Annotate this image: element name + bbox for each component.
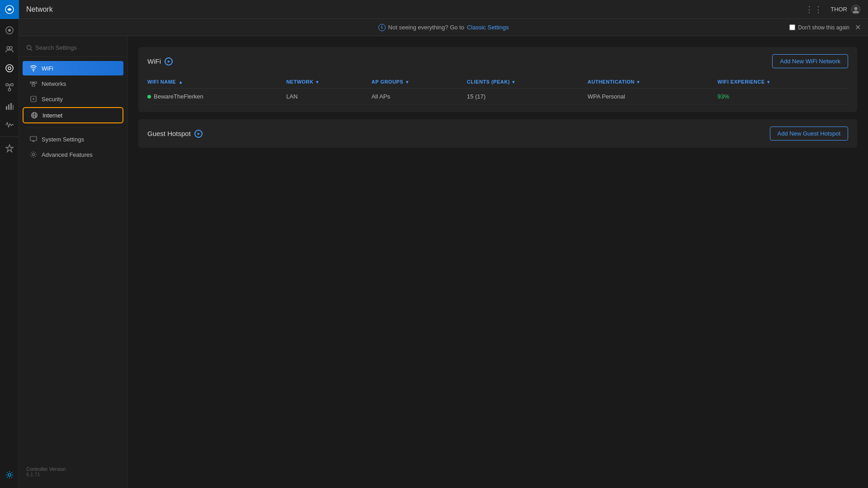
cell-wifi-name: BewareTheFlerken [147, 89, 286, 105]
svg-line-20 [31, 49, 33, 51]
topbar: Network ⋮⋮ THOR [19, 0, 868, 19]
wifi-card-title-text: WiFi [147, 57, 161, 65]
search-icon [26, 45, 33, 51]
guest-hotspot-card: Guest Hotspot Add New Guest Hotspot [138, 119, 857, 148]
sidebar-item-advanced-features[interactable]: Advanced Features [23, 147, 123, 162]
status-dot [147, 95, 151, 99]
cell-clients-peak: 15 (17) [467, 89, 588, 105]
wifi-table-container: WIFI NAME ▲ NETWORK ▾ AP GROUPS ▾ [138, 75, 857, 112]
add-guest-hotspot-button[interactable]: Add New Guest Hotspot [770, 127, 848, 141]
sidebar-internet-label: Internet [42, 112, 62, 119]
network-sort-icon: ▾ [316, 80, 319, 84]
svg-point-2 [8, 29, 11, 32]
sidebar-footer: Controller Version 6.1.71 [19, 461, 127, 483]
sidebar-item-wifi[interactable]: WiFi [23, 61, 123, 75]
sidebar-divider [26, 127, 120, 128]
svg-rect-7 [6, 84, 8, 86]
internet-icon [31, 112, 38, 119]
notice-info-icon: i [378, 24, 386, 31]
svg-point-18 [854, 7, 858, 10]
nav-alerts-icon[interactable] [0, 139, 19, 158]
col-ap-groups[interactable]: AP GROUPS ▾ [372, 75, 467, 89]
username-label: THOR [830, 6, 847, 13]
svg-point-21 [33, 70, 34, 71]
nav-activity-icon[interactable] [0, 116, 19, 135]
svg-rect-13 [8, 104, 9, 110]
security-icon [30, 95, 37, 103]
sidebar-security-label: Security [42, 96, 63, 103]
svg-rect-35 [30, 136, 37, 141]
wifi-icon [30, 65, 37, 72]
cell-authentication: WPA Personal [588, 89, 717, 105]
wifi-table-header-row: WIFI NAME ▲ NETWORK ▾ AP GROUPS ▾ [147, 75, 848, 89]
guest-hotspot-card-header: Guest Hotspot Add New Guest Hotspot [138, 119, 857, 148]
advanced-features-icon [30, 151, 37, 158]
nav-network-icon[interactable] [0, 59, 19, 78]
networks-icon [30, 80, 37, 87]
col-wifi-experience[interactable]: WIFI EXPERIENCE ▾ [717, 75, 848, 89]
sidebar-item-networks[interactable]: Networks [23, 76, 123, 91]
ap-groups-sort-icon: ▾ [406, 80, 409, 84]
svg-point-3 [7, 47, 9, 49]
col-network[interactable]: NETWORK ▾ [286, 75, 372, 89]
wifi-name-sort-icon: ▲ [179, 80, 183, 84]
controller-version-label: Controller Version [26, 466, 120, 472]
dont-show-checkbox[interactable] [789, 24, 795, 30]
guest-hotspot-play-icon[interactable] [194, 130, 203, 138]
notice-bar-right: Don't show this again ✕ [789, 23, 861, 32]
sidebar-search[interactable]: Search Settings [19, 42, 127, 57]
svg-rect-9 [8, 89, 10, 91]
sidebar-item-internet[interactable]: Internet [23, 107, 123, 123]
sidebar-advanced-features-label: Advanced Features [42, 151, 93, 158]
nav-statistics-icon[interactable] [0, 97, 19, 116]
svg-point-19 [27, 45, 31, 49]
notice-bar: i Not seeing everything? Go to Classic S… [19, 19, 868, 36]
user-menu[interactable]: THOR [830, 5, 861, 14]
wifi-table: WIFI NAME ▲ NETWORK ▾ AP GROUPS ▾ [147, 75, 848, 105]
nav-clients-icon[interactable] [0, 40, 19, 59]
sidebar: Search Settings WiFi [19, 36, 127, 488]
notice-content: i Not seeing everything? Go to Classic S… [378, 24, 509, 31]
svg-point-6 [8, 67, 11, 70]
notice-text: Not seeing everything? Go to [388, 24, 464, 31]
grid-icon[interactable]: ⋮⋮ [805, 5, 823, 14]
svg-rect-8 [11, 84, 13, 86]
classic-settings-link[interactable]: Classic Settings [467, 24, 509, 31]
col-clients-peak[interactable]: CLIENTS (PEAK) ▾ [467, 75, 588, 89]
controller-version-value: 6.1.71 [26, 472, 120, 477]
col-wifi-name[interactable]: WIFI NAME ▲ [147, 75, 286, 89]
svg-rect-24 [32, 84, 35, 86]
col-authentication[interactable]: AUTHENTICATION ▾ [588, 75, 717, 89]
search-label: Search Settings [35, 44, 77, 51]
content-wrapper: Search Settings WiFi [19, 36, 868, 488]
notice-close-button[interactable]: ✕ [855, 23, 861, 32]
clients-sort-icon: ▾ [512, 80, 515, 84]
svg-rect-14 [10, 103, 12, 110]
icon-rail [0, 0, 19, 488]
sidebar-networks-label: Networks [42, 80, 66, 87]
page-title: Network [26, 5, 53, 14]
wifi-card-title: WiFi [147, 57, 173, 66]
table-row[interactable]: BewareTheFlerken LAN All APs 15 (17) WPA… [147, 89, 848, 105]
add-wifi-network-button[interactable]: Add New WiFi Network [772, 54, 848, 68]
main-content: WiFi Add New WiFi Network WIFI NAME ▲ [127, 36, 868, 488]
system-settings-icon [30, 136, 37, 143]
nav-topology-icon[interactable] [0, 78, 19, 97]
wifi-card: WiFi Add New WiFi Network WIFI NAME ▲ [138, 47, 857, 112]
sidebar-item-system-settings[interactable]: System Settings [23, 132, 123, 146]
svg-point-4 [9, 47, 12, 49]
sidebar-item-security[interactable]: Security [23, 92, 123, 106]
nav-dashboard-icon[interactable] [0, 21, 19, 40]
guest-hotspot-title: Guest Hotspot [147, 130, 203, 138]
wifi-play-icon[interactable] [165, 57, 173, 66]
cell-wifi-experience: 93% [717, 89, 848, 105]
user-avatar-icon [851, 5, 861, 14]
wifi-experience-value: 93% [717, 93, 729, 100]
auth-sort-icon: ▾ [637, 80, 640, 84]
sidebar-wifi-label: WiFi [42, 65, 53, 72]
sidebar-system-settings-label: System Settings [42, 136, 84, 143]
topbar-right: ⋮⋮ THOR [805, 5, 861, 14]
logo-icon[interactable] [0, 0, 19, 19]
nav-settings-icon[interactable] [0, 465, 19, 484]
dont-show-checkbox-label[interactable]: Don't show this again [789, 24, 849, 31]
